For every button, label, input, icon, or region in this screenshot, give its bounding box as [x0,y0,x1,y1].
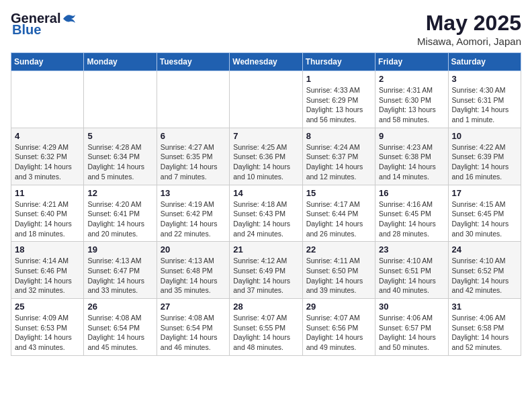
day-info: Sunrise: 4:11 AM Sunset: 6:50 PM Dayligh… [306,256,371,295]
day-cell: 4Sunrise: 4:29 AM Sunset: 6:32 PM Daylig… [11,128,84,185]
day-cell: 20Sunrise: 4:13 AM Sunset: 6:48 PM Dayli… [157,242,229,299]
day-number: 9 [379,131,444,141]
day-cell: 14Sunrise: 4:18 AM Sunset: 6:43 PM Dayli… [230,185,302,242]
day-info: Sunrise: 4:30 AM Sunset: 6:31 PM Dayligh… [452,85,517,125]
day-number: 8 [306,131,371,141]
day-info: Sunrise: 4:17 AM Sunset: 6:44 PM Dayligh… [306,199,371,239]
day-info: Sunrise: 4:09 AM Sunset: 6:53 PM Dayligh… [15,313,80,353]
day-cell [84,71,157,128]
day-number: 24 [452,244,517,255]
day-info: Sunrise: 4:08 AM Sunset: 6:54 PM Dayligh… [87,313,152,353]
header-thursday: Thursday [302,53,375,71]
day-number: 26 [87,302,152,312]
day-info: Sunrise: 4:29 AM Sunset: 6:32 PM Dayligh… [15,142,80,182]
day-cell: 18Sunrise: 4:14 AM Sunset: 6:46 PM Dayli… [11,242,84,299]
day-info: Sunrise: 4:28 AM Sunset: 6:34 PM Dayligh… [87,142,152,182]
day-info: Sunrise: 4:08 AM Sunset: 6:54 PM Dayligh… [161,313,226,353]
day-cell: 17Sunrise: 4:15 AM Sunset: 6:45 PM Dayli… [448,185,521,242]
day-number: 28 [233,302,298,312]
day-info: Sunrise: 4:07 AM Sunset: 6:55 PM Dayligh… [233,313,298,353]
day-number: 7 [233,131,298,141]
day-cell: 6Sunrise: 4:27 AM Sunset: 6:35 PM Daylig… [157,128,229,185]
day-info: Sunrise: 4:06 AM Sunset: 6:58 PM Dayligh… [452,313,517,353]
day-info: Sunrise: 4:06 AM Sunset: 6:57 PM Dayligh… [379,313,444,353]
week-row-4: 18Sunrise: 4:14 AM Sunset: 6:46 PM Dayli… [11,242,521,299]
day-number: 4 [15,131,80,141]
day-cell: 1Sunrise: 4:33 AM Sunset: 6:29 PM Daylig… [302,71,375,128]
header-tuesday: Tuesday [157,53,229,71]
day-cell: 5Sunrise: 4:28 AM Sunset: 6:34 PM Daylig… [84,128,157,185]
month-title: May 2025 [417,11,521,36]
day-cell: 19Sunrise: 4:13 AM Sunset: 6:47 PM Dayli… [84,242,157,299]
day-cell [11,71,84,128]
week-row-3: 11Sunrise: 4:21 AM Sunset: 6:40 PM Dayli… [11,185,521,242]
header: General Blue May 2025 Misawa, Aomori, Ja… [11,11,521,47]
day-number: 18 [15,244,80,255]
calendar-header-row: SundayMondayTuesdayWednesdayThursdayFrid… [11,53,521,71]
day-cell [157,71,229,128]
week-row-1: 1Sunrise: 4:33 AM Sunset: 6:29 PM Daylig… [11,71,521,128]
day-cell: 21Sunrise: 4:12 AM Sunset: 6:49 PM Dayli… [230,242,302,299]
day-cell: 27Sunrise: 4:08 AM Sunset: 6:54 PM Dayli… [157,299,229,356]
day-number: 25 [15,302,80,312]
day-number: 15 [306,188,371,198]
day-info: Sunrise: 4:16 AM Sunset: 6:45 PM Dayligh… [379,199,444,239]
day-cell: 22Sunrise: 4:11 AM Sunset: 6:50 PM Dayli… [302,242,375,299]
day-number: 6 [161,131,226,141]
day-number: 13 [161,188,226,198]
day-cell: 16Sunrise: 4:16 AM Sunset: 6:45 PM Dayli… [375,185,448,242]
day-cell: 9Sunrise: 4:23 AM Sunset: 6:38 PM Daylig… [375,128,448,185]
day-cell: 23Sunrise: 4:10 AM Sunset: 6:51 PM Dayli… [375,242,448,299]
day-cell: 26Sunrise: 4:08 AM Sunset: 6:54 PM Dayli… [84,299,157,356]
day-number: 3 [452,74,517,84]
header-monday: Monday [84,53,157,71]
day-info: Sunrise: 4:10 AM Sunset: 6:51 PM Dayligh… [379,256,444,295]
day-info: Sunrise: 4:25 AM Sunset: 6:36 PM Dayligh… [233,142,298,182]
day-cell: 8Sunrise: 4:24 AM Sunset: 6:37 PM Daylig… [302,128,375,185]
day-number: 30 [379,302,444,312]
day-cell: 15Sunrise: 4:17 AM Sunset: 6:44 PM Dayli… [302,185,375,242]
day-info: Sunrise: 4:21 AM Sunset: 6:40 PM Dayligh… [15,199,80,239]
day-info: Sunrise: 4:15 AM Sunset: 6:45 PM Dayligh… [452,199,517,239]
location: Misawa, Aomori, Japan [417,36,521,47]
day-info: Sunrise: 4:10 AM Sunset: 6:52 PM Dayligh… [452,256,517,295]
header-sunday: Sunday [11,53,84,71]
day-number: 21 [233,244,298,255]
day-info: Sunrise: 4:33 AM Sunset: 6:29 PM Dayligh… [306,85,371,125]
header-saturday: Saturday [448,53,521,71]
day-cell: 3Sunrise: 4:30 AM Sunset: 6:31 PM Daylig… [448,71,521,128]
day-cell: 29Sunrise: 4:07 AM Sunset: 6:56 PM Dayli… [302,299,375,356]
day-cell [230,71,302,128]
day-number: 11 [15,188,80,198]
day-info: Sunrise: 4:07 AM Sunset: 6:56 PM Dayligh… [306,313,371,353]
day-number: 5 [87,131,152,141]
day-number: 31 [452,302,517,312]
day-number: 27 [161,302,226,312]
week-row-5: 25Sunrise: 4:09 AM Sunset: 6:53 PM Dayli… [11,299,521,356]
day-info: Sunrise: 4:12 AM Sunset: 6:49 PM Dayligh… [233,256,298,295]
day-number: 20 [161,244,226,255]
logo-bird-icon [62,12,77,26]
day-number: 23 [379,244,444,255]
day-cell: 28Sunrise: 4:07 AM Sunset: 6:55 PM Dayli… [230,299,302,356]
day-info: Sunrise: 4:19 AM Sunset: 6:42 PM Dayligh… [161,199,226,239]
day-cell: 31Sunrise: 4:06 AM Sunset: 6:58 PM Dayli… [448,299,521,356]
day-info: Sunrise: 4:23 AM Sunset: 6:38 PM Dayligh… [379,142,444,182]
title-area: May 2025 Misawa, Aomori, Japan [417,11,521,47]
day-info: Sunrise: 4:22 AM Sunset: 6:39 PM Dayligh… [452,142,517,182]
day-cell: 7Sunrise: 4:25 AM Sunset: 6:36 PM Daylig… [230,128,302,185]
day-cell: 25Sunrise: 4:09 AM Sunset: 6:53 PM Dayli… [11,299,84,356]
logo-blue-text: Blue [12,22,41,38]
day-cell: 12Sunrise: 4:20 AM Sunset: 6:41 PM Dayli… [84,185,157,242]
day-cell: 30Sunrise: 4:06 AM Sunset: 6:57 PM Dayli… [375,299,448,356]
day-number: 12 [87,188,152,198]
day-cell: 13Sunrise: 4:19 AM Sunset: 6:42 PM Dayli… [157,185,229,242]
day-number: 1 [306,74,371,84]
day-cell: 10Sunrise: 4:22 AM Sunset: 6:39 PM Dayli… [448,128,521,185]
day-cell: 11Sunrise: 4:21 AM Sunset: 6:40 PM Dayli… [11,185,84,242]
day-number: 19 [87,244,152,255]
day-cell: 24Sunrise: 4:10 AM Sunset: 6:52 PM Dayli… [448,242,521,299]
day-info: Sunrise: 4:13 AM Sunset: 6:47 PM Dayligh… [87,256,152,295]
day-info: Sunrise: 4:14 AM Sunset: 6:46 PM Dayligh… [15,256,80,295]
day-info: Sunrise: 4:18 AM Sunset: 6:43 PM Dayligh… [233,199,298,239]
